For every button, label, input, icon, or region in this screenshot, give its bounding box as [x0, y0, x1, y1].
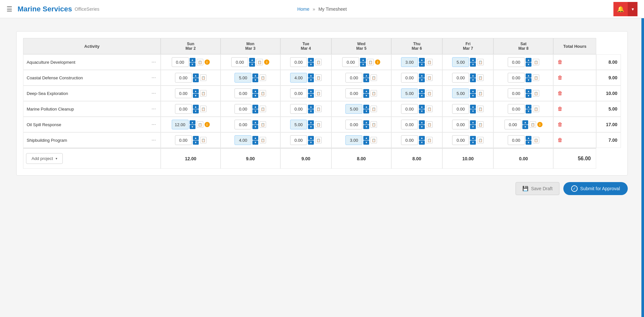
- hour-input[interactable]: [452, 88, 469, 98]
- note-button[interactable]: 📋: [477, 137, 484, 143]
- delete-row-button[interactable]: 🗑: [557, 74, 563, 81]
- row-options-button[interactable]: ···: [150, 74, 157, 81]
- row-options-button[interactable]: ···: [150, 137, 157, 144]
- spin-down-button[interactable]: ▼: [470, 140, 476, 145]
- spin-up-button[interactable]: ▲: [419, 120, 425, 125]
- row-options-button[interactable]: ···: [150, 90, 157, 97]
- spin-up-button[interactable]: ▲: [308, 120, 314, 125]
- spin-up-button[interactable]: ▲: [193, 89, 199, 93]
- spin-up-button[interactable]: ▲: [419, 73, 425, 78]
- note-button[interactable]: 📋: [260, 121, 266, 128]
- hour-input[interactable]: [401, 120, 418, 129]
- hour-input[interactable]: [175, 88, 192, 98]
- spin-up-button[interactable]: ▲: [526, 105, 531, 109]
- spin-down-button[interactable]: ▼: [363, 94, 369, 98]
- note-button[interactable]: 📋: [315, 121, 322, 128]
- note-button[interactable]: 📋: [315, 59, 322, 65]
- spin-down-button[interactable]: ▼: [470, 109, 476, 113]
- hour-input[interactable]: [175, 104, 192, 114]
- spin-down-button[interactable]: ▼: [308, 78, 314, 82]
- hour-input[interactable]: [172, 120, 189, 129]
- spin-up-button[interactable]: ▲: [193, 105, 199, 109]
- spin-up-button[interactable]: ▲: [470, 105, 476, 109]
- hour-input[interactable]: [235, 135, 251, 145]
- spin-up-button[interactable]: ▲: [190, 120, 195, 125]
- spin-up-button[interactable]: ▲: [360, 58, 366, 62]
- note-button[interactable]: 📋: [197, 121, 203, 128]
- hour-input[interactable]: [345, 120, 362, 129]
- hour-input[interactable]: [235, 88, 251, 98]
- spin-up-button[interactable]: ▲: [193, 73, 199, 78]
- spin-down-button[interactable]: ▼: [522, 125, 528, 129]
- spin-down-button[interactable]: ▼: [190, 62, 195, 67]
- spin-up-button[interactable]: ▲: [419, 105, 425, 109]
- spin-down-button[interactable]: ▼: [252, 140, 258, 145]
- spin-up-button[interactable]: ▲: [470, 58, 476, 62]
- hour-input[interactable]: [290, 88, 307, 98]
- hour-input[interactable]: [345, 135, 362, 145]
- hour-input[interactable]: [452, 73, 469, 83]
- hour-input[interactable]: [452, 57, 469, 67]
- note-button[interactable]: 📋: [533, 90, 539, 97]
- spin-up-button[interactable]: ▲: [308, 136, 314, 140]
- spin-up-button[interactable]: ▲: [363, 73, 369, 78]
- note-button[interactable]: 📋: [260, 90, 266, 97]
- delete-row-button[interactable]: 🗑: [557, 121, 563, 128]
- delete-row-button[interactable]: 🗑: [557, 59, 563, 66]
- spin-up-button[interactable]: ▲: [363, 105, 369, 109]
- hour-input[interactable]: [290, 57, 307, 67]
- spin-up-button[interactable]: ▲: [190, 58, 195, 62]
- note-button[interactable]: 📋: [426, 106, 433, 112]
- spin-down-button[interactable]: ▼: [470, 62, 476, 67]
- note-button[interactable]: 📋: [200, 90, 207, 97]
- note-button[interactable]: 📋: [256, 59, 263, 65]
- note-button[interactable]: 📋: [477, 90, 484, 97]
- hour-input[interactable]: [345, 88, 362, 98]
- spin-down-button[interactable]: ▼: [360, 62, 366, 67]
- spin-up-button[interactable]: ▲: [363, 89, 369, 93]
- spin-down-button[interactable]: ▼: [308, 125, 314, 129]
- spin-up-button[interactable]: ▲: [526, 58, 531, 62]
- spin-down-button[interactable]: ▼: [190, 125, 195, 129]
- spin-up-button[interactable]: ▲: [526, 136, 531, 140]
- spin-down-button[interactable]: ▼: [526, 140, 531, 145]
- spin-up-button[interactable]: ▲: [522, 120, 528, 125]
- spin-down-button[interactable]: ▼: [470, 125, 476, 129]
- hour-input[interactable]: [290, 135, 307, 145]
- spin-up-button[interactable]: ▲: [308, 73, 314, 78]
- note-button[interactable]: 📋: [477, 121, 484, 128]
- spin-down-button[interactable]: ▼: [363, 78, 369, 82]
- spin-up-button[interactable]: ▲: [308, 58, 314, 62]
- hour-input[interactable]: [290, 73, 307, 83]
- note-button[interactable]: 📋: [533, 59, 539, 65]
- note-button[interactable]: 📋: [370, 74, 377, 81]
- spin-up-button[interactable]: ▲: [419, 58, 425, 62]
- note-button[interactable]: 📋: [197, 59, 203, 65]
- note-button[interactable]: 📋: [530, 121, 536, 128]
- row-options-button[interactable]: ···: [150, 121, 157, 128]
- spin-down-button[interactable]: ▼: [308, 140, 314, 145]
- hour-input[interactable]: [172, 57, 189, 67]
- note-button[interactable]: 📋: [370, 121, 377, 128]
- row-options-button[interactable]: ···: [150, 105, 157, 112]
- hour-input[interactable]: [345, 104, 362, 114]
- spin-down-button[interactable]: ▼: [526, 109, 531, 113]
- note-button[interactable]: 📋: [315, 106, 322, 112]
- note-button[interactable]: 📋: [315, 137, 322, 143]
- delete-row-button[interactable]: 🗑: [557, 105, 563, 112]
- hour-input[interactable]: [508, 104, 525, 114]
- hour-input[interactable]: [508, 73, 525, 83]
- note-button[interactable]: 📋: [426, 74, 433, 81]
- note-button[interactable]: 📋: [315, 90, 322, 97]
- note-button[interactable]: 📋: [426, 137, 433, 143]
- spin-up-button[interactable]: ▲: [470, 73, 476, 78]
- save-draft-button[interactable]: 💾 Save Draft: [516, 182, 559, 195]
- hour-input[interactable]: [401, 104, 418, 114]
- hour-input[interactable]: [235, 104, 251, 114]
- hour-input[interactable]: [508, 135, 525, 145]
- delete-row-button[interactable]: 🗑: [557, 90, 563, 97]
- hour-input[interactable]: [231, 57, 248, 67]
- hour-input[interactable]: [290, 120, 307, 129]
- hour-input[interactable]: [504, 120, 521, 129]
- spin-up-button[interactable]: ▲: [470, 89, 476, 93]
